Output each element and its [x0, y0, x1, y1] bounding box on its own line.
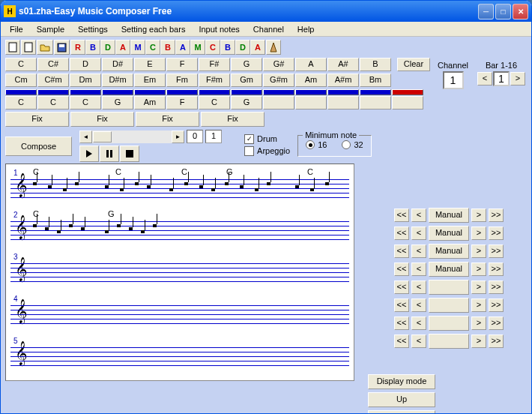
chord-major-d[interactable]: D [70, 58, 101, 71]
manual-button-6[interactable] [429, 316, 469, 331]
menu-settings[interactable]: Settings [72, 23, 114, 35]
scroll-left-icon[interactable]: ◄ [79, 130, 92, 143]
nav-prev-3[interactable]: < [411, 262, 426, 276]
bar-next-button[interactable]: > [510, 72, 525, 86]
menu-setting-each-bars[interactable]: Setting each bars [115, 23, 192, 35]
chord-major-e[interactable]: E [134, 58, 166, 71]
new-blank-icon[interactable] [5, 40, 20, 55]
open-icon[interactable] [37, 40, 53, 55]
display-mode-button[interactable]: Display mode [368, 374, 435, 389]
menu-file[interactable]: File [4, 23, 29, 35]
slot-chord-8[interactable] [263, 96, 294, 110]
nav-last-5[interactable]: >> [489, 298, 504, 312]
chord-major-f[interactable]: F [166, 58, 198, 71]
compose-button[interactable]: Compose [5, 136, 72, 156]
nav-next-6[interactable]: > [471, 316, 486, 330]
chord-minor-asharpm[interactable]: A#m [327, 74, 359, 87]
chord-major-csharp[interactable]: C# [37, 58, 69, 71]
drum-checkbox[interactable]: ✓ [244, 134, 254, 144]
nav-next-0[interactable]: > [471, 208, 486, 222]
chord-major-dsharp[interactable]: D# [102, 58, 133, 71]
manual-button-5[interactable] [429, 298, 469, 313]
chord-minor-fsharpm[interactable]: F#m [199, 74, 230, 87]
nav-prev-2[interactable]: < [411, 244, 426, 258]
nav-next-7[interactable]: > [471, 334, 486, 348]
slot-chord-9[interactable] [295, 96, 327, 110]
menu-help[interactable]: Help [291, 23, 321, 35]
nav-next-1[interactable]: > [471, 226, 486, 240]
clear-button[interactable]: Clear [397, 58, 430, 71]
pattern-button-0[interactable]: R [70, 40, 85, 55]
pattern-button-2[interactable]: D [100, 40, 115, 55]
nav-prev-0[interactable]: < [411, 208, 426, 222]
manual-button-2[interactable]: Manual [429, 244, 469, 259]
slot-chord-7[interactable]: G [231, 96, 262, 110]
slot-chord-2[interactable]: C [70, 96, 101, 110]
chord-minor-bm[interactable]: Bm [360, 74, 391, 87]
slot-chord-0[interactable]: C [5, 96, 37, 110]
menu-channel[interactable]: Channel [247, 23, 290, 35]
pattern-button-6[interactable]: B [160, 40, 175, 55]
pause-button[interactable] [100, 146, 119, 162]
nav-prev-5[interactable]: < [411, 298, 426, 312]
chord-minor-dm[interactable]: Dm [70, 74, 101, 87]
position-scrollbar[interactable]: ◄ ► [79, 130, 184, 143]
pattern-button-10[interactable]: B [220, 40, 235, 55]
slot-chord-1[interactable]: C [37, 96, 69, 110]
metronome-icon[interactable] [266, 40, 281, 55]
nav-prev-4[interactable]: < [411, 280, 426, 294]
maximize-button[interactable]: □ [495, 4, 511, 20]
chord-minor-am[interactable]: Am [295, 74, 327, 87]
menu-input-notes[interactable]: Input notes [193, 23, 245, 35]
manual-button-1[interactable]: Manual [429, 226, 469, 241]
nav-next-2[interactable]: > [471, 244, 486, 258]
nav-last-1[interactable]: >> [489, 226, 504, 240]
nav-first-7[interactable]: << [394, 334, 409, 348]
minimize-button[interactable]: ─ [478, 4, 494, 20]
down-button[interactable]: Down [368, 410, 435, 414]
nav-first-3[interactable]: << [394, 262, 409, 276]
fix-button-4[interactable]: Fix [201, 112, 265, 127]
min-note-32-radio[interactable] [342, 140, 351, 149]
scroll-right-icon[interactable]: ► [172, 130, 184, 143]
nav-last-3[interactable]: >> [489, 262, 504, 276]
chord-major-asharp[interactable]: A# [327, 58, 359, 71]
fix-button-2[interactable]: Fix [70, 112, 134, 127]
pattern-button-8[interactable]: M [190, 40, 205, 55]
nav-next-4[interactable]: > [471, 280, 486, 294]
nav-prev-7[interactable]: < [411, 334, 426, 348]
slot-chord-10[interactable] [327, 96, 359, 110]
nav-prev-1[interactable]: < [411, 226, 426, 240]
nav-last-7[interactable]: >> [489, 334, 504, 348]
nav-first-0[interactable]: << [394, 208, 409, 222]
slot-chord-4[interactable]: Am [134, 96, 166, 110]
pattern-button-12[interactable]: A [250, 40, 265, 55]
nav-prev-6[interactable]: < [411, 316, 426, 330]
nav-last-2[interactable]: >> [489, 244, 504, 258]
pattern-button-7[interactable]: A [175, 40, 190, 55]
fix-button-1[interactable]: Fix [5, 112, 69, 127]
slot-chord-5[interactable]: F [166, 96, 198, 110]
new-doc-icon[interactable] [21, 40, 36, 55]
pattern-button-4[interactable]: M [130, 40, 145, 55]
bar-prev-button[interactable]: < [477, 72, 492, 86]
manual-button-3[interactable]: Manual [429, 262, 469, 277]
chord-major-a[interactable]: A [295, 58, 327, 71]
chord-major-c[interactable]: C [5, 58, 37, 71]
nav-first-4[interactable]: << [394, 280, 409, 294]
nav-next-5[interactable]: > [471, 298, 486, 312]
chord-minor-csharpm[interactable]: C#m [37, 74, 69, 87]
close-button[interactable]: ✕ [513, 4, 528, 20]
slot-chord-6[interactable]: C [199, 96, 230, 110]
chord-minor-fm[interactable]: Fm [166, 74, 198, 87]
slot-chord-3[interactable]: G [102, 96, 133, 110]
nav-next-3[interactable]: > [471, 262, 486, 276]
nav-first-5[interactable]: << [394, 298, 409, 312]
slot-chord-11[interactable] [360, 96, 391, 110]
arpeggio-checkbox[interactable] [244, 146, 254, 156]
chord-major-fsharp[interactable]: F# [199, 58, 230, 71]
chord-major-gsharp[interactable]: G# [263, 58, 294, 71]
nav-first-1[interactable]: << [394, 226, 409, 240]
nav-first-2[interactable]: << [394, 244, 409, 258]
up-button[interactable]: Up [368, 392, 435, 407]
